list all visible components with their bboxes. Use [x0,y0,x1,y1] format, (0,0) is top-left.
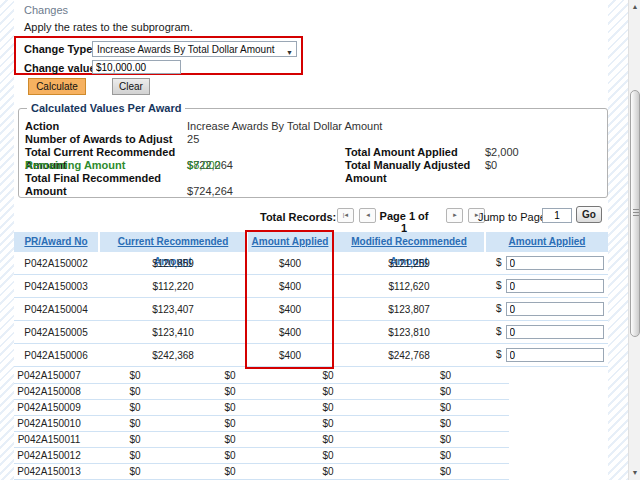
award-no: P042A150005 [14,327,98,338]
table-row: P042A150012 $0 $0 $0 $0 [14,448,509,464]
page-title: Changes [24,4,68,16]
remaining-amount-value: $8,000 [187,159,221,171]
previous-page-button[interactable]: ◄ [359,208,376,223]
modified-recommended-amount: $0 [274,386,382,397]
amount-applied: $400 [248,258,332,269]
current-recommended-amount: $123,407 [100,304,246,315]
modified-recommended-amount: $121,259 [334,258,484,269]
deviation-value: $0 [382,402,509,413]
amount-applied: $0 [186,450,274,461]
award-no: P042A150006 [14,350,98,361]
deviation-cell: $ [486,279,608,293]
modified-recommended-amount: $112,620 [334,281,484,292]
award-no: P042A150011 [14,434,84,445]
current-recommended-amount: $0 [84,418,186,429]
current-recommended-amount: $0 [84,466,186,477]
scrollbar-thumb[interactable] [630,90,640,337]
award-no: P042A150004 [14,304,98,315]
current-recommended-amount: $0 [84,450,186,461]
column-header-amount-applied[interactable]: Amount Applied [248,232,332,252]
summary-row: Total Final Recommended Amount $724,264 [25,172,607,185]
first-page-icon: |◄ [343,212,349,218]
column-header-deviation[interactable]: Amount Applied Deviation [486,232,608,252]
change-value-input[interactable] [92,60,181,74]
calculate-button[interactable]: Calculate [28,78,86,95]
page-margin-stripes-left [0,0,14,480]
deviation-value: $0 [382,466,509,477]
currency-prefix: $ [496,303,502,314]
award-no: P042A150013 [14,466,84,477]
current-recommended-amount: $0 [84,386,186,397]
amount-applied: $0 [186,386,274,397]
vertical-scrollbar[interactable]: ▲ ▼ [628,0,640,480]
jump-to-page-label: Jump to Page [478,211,546,223]
awards-table-header: PR/Award No Current Recommended Amount A… [14,232,608,252]
table-row: P042A150004 $123,407 $400 $123,807 $ [14,298,608,321]
award-no: P042A150009 [14,402,84,413]
table-row: P042A150013 $0 $0 $0 $0 [14,464,509,480]
first-page-button[interactable]: |◄ [337,208,354,223]
page-subtitle: Apply the rates to the subprogram. [24,21,193,33]
deviation-value: $0 [382,434,509,445]
manually-adjusted-value: $0 [485,159,497,172]
action-label: Action [25,120,184,133]
summary-row: Action Increase Awards By Total Dollar A… [25,120,607,133]
next-page-button[interactable]: ► [446,208,463,223]
deviation-input[interactable] [506,256,604,270]
total-applied-label: Total Amount Applied [345,146,483,159]
deviation-input[interactable] [506,325,604,339]
column-header-award-no[interactable]: PR/Award No [14,232,98,252]
scroll-up-icon[interactable]: ▲ [629,0,640,14]
amount-applied: $400 [248,327,332,338]
go-button[interactable]: Go [576,206,602,223]
table-row: P042A150003 $112,220 $400 $112,620 $ [14,275,608,298]
modified-recommended-amount: $0 [274,450,382,461]
modified-recommended-amount: $123,807 [334,304,484,315]
current-recommended-amount: $120,859 [100,258,246,269]
awards-to-adjust-value: 25 [187,133,199,145]
column-header-current-recommended[interactable]: Current Recommended Amount [100,232,246,252]
amount-applied: $400 [248,304,332,315]
modified-recommended-amount: $123,810 [334,327,484,338]
deviation-cell: $ [486,348,608,362]
change-value-label: Change value* [24,62,100,74]
modified-recommended-amount: $0 [274,434,382,445]
deviation-input[interactable] [506,348,604,362]
scrollbar-grip-icon [633,209,639,216]
award-no: P042A150010 [14,418,84,429]
current-recommended-amount: $242,368 [100,350,246,361]
table-row: P042A150008 $0 $0 $0 $0 [14,384,509,400]
currency-prefix: $ [496,257,502,268]
deviation-cell: $ [486,325,608,339]
current-recommended-amount: $0 [84,434,186,445]
currency-prefix: $ [496,326,502,337]
amount-applied: $0 [186,418,274,429]
deviation-input[interactable] [506,302,604,316]
table-row: P042A150009 $0 $0 $0 $0 [14,400,509,416]
column-header-modified-recommended[interactable]: Modified Recommended Amount [334,232,484,252]
award-no: P042A150002 [14,258,98,269]
table-row: P042A150007 $0 $0 $0 $0 [14,368,509,384]
amount-applied: $400 [248,350,332,361]
amount-applied: $0 [186,370,274,381]
scroll-down-icon[interactable]: ▼ [629,466,640,480]
jump-to-page-input[interactable] [542,208,572,223]
page-indicator: Page 1 of 1 [375,210,433,234]
next-page-icon: ► [452,212,457,218]
table-row: P042A150011 $0 $0 $0 $0 [14,432,509,448]
changes-page: { "page": { "title": "Changes", "subtitl… [0,0,640,480]
current-recommended-amount: $0 [84,370,186,381]
total-final-label: Total Final Recommended Amount [25,172,184,198]
change-type-select[interactable]: Increase Awards By Total Dollar Amount ▼ [92,41,297,57]
deviation-input[interactable] [506,279,604,293]
amount-applied: $0 [186,402,274,413]
change-type-label: Change Type* [24,43,97,55]
deviation-value: $0 [382,370,509,381]
current-recommended-amount: $112,220 [100,281,246,292]
clear-button[interactable]: Clear [112,78,150,95]
current-recommended-amount: $0 [84,402,186,413]
previous-page-icon: ◄ [365,212,370,218]
amount-applied: $0 [186,434,274,445]
total-final-value: $724,264 [187,185,233,197]
deviation-cell: $ [486,302,608,316]
